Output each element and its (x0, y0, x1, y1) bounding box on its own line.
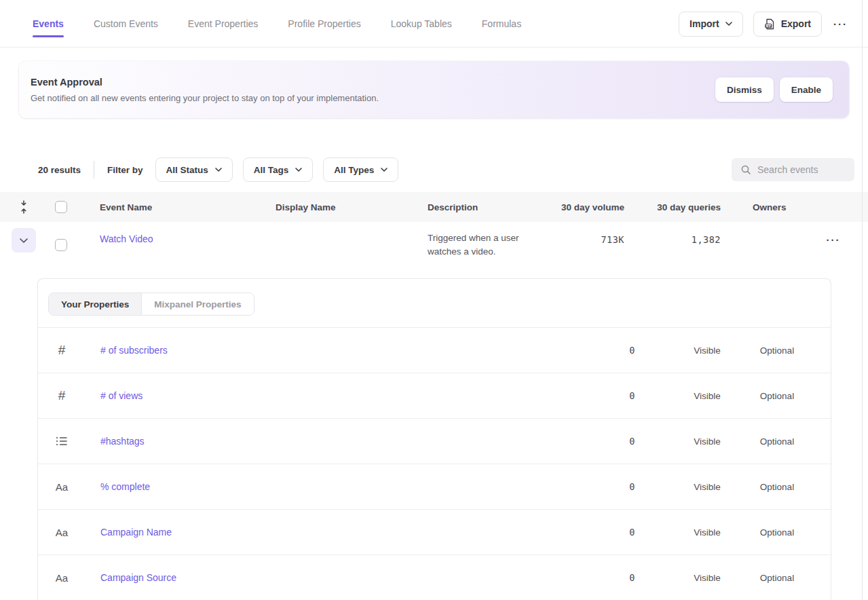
tab-profile-properties[interactable]: Profile Properties (288, 18, 360, 29)
column-display-name: Display Name (276, 202, 336, 212)
tab-event-properties[interactable]: Event Properties (188, 18, 259, 29)
property-visibility: Visible (666, 345, 748, 356)
tags-filter-label: All Tags (254, 165, 289, 175)
event-description-line1: Triggered when a user (428, 231, 519, 245)
text-type-icon: Aa (56, 527, 68, 538)
export-button[interactable]: CSV Export (753, 12, 822, 37)
filter-bar: 20 results Filter by All Status All Tags… (38, 157, 398, 182)
lexicon-events-page: Events Custom Events Event Properties Pr… (0, 0, 868, 600)
property-requirement: Optional (736, 436, 818, 447)
event-30-day-volume: 713K (536, 234, 624, 245)
property-row: Aa Campaign Name 0 Visible Optional (38, 510, 831, 555)
column-event-name: Event Name (100, 202, 152, 212)
property-count: 0 (595, 527, 635, 538)
chevron-down-icon (215, 168, 222, 172)
event-name-link[interactable]: Watch Video (100, 233, 153, 244)
property-count: 0 (595, 390, 635, 401)
select-all-checkbox[interactable] (55, 201, 67, 213)
row-checkbox[interactable] (55, 239, 67, 251)
property-link[interactable]: # of views (100, 390, 143, 401)
properties-tab-control: Your Properties Mixpanel Properties (48, 293, 254, 316)
search-icon (740, 164, 751, 175)
event-description: Triggered when a user watches a video. (428, 231, 519, 259)
property-link[interactable]: # of subscribers (100, 345, 168, 356)
property-link[interactable]: Campaign Name (100, 527, 172, 538)
tab-formulas[interactable]: Formulas (482, 18, 521, 29)
property-count: 0 (595, 345, 635, 356)
column-30-day-volume: 30 day volume (536, 202, 624, 212)
property-row: #hashtags 0 Visible Optional (38, 419, 831, 464)
property-requirement: Optional (736, 391, 818, 401)
tab-custom-events[interactable]: Custom Events (94, 18, 158, 29)
dismiss-button[interactable]: Dismiss (715, 77, 774, 102)
property-visibility: Visible (666, 482, 748, 492)
property-requirement: Optional (736, 345, 818, 356)
list-type-icon (56, 436, 68, 447)
enable-button[interactable]: Enable (780, 77, 833, 102)
number-type-icon: # (58, 388, 66, 403)
property-link[interactable]: % complete (100, 481, 150, 492)
nav-actions: Import CSV Export ··· (679, 0, 849, 48)
search-events-box (732, 158, 854, 181)
types-filter-dropdown[interactable]: All Types (323, 157, 398, 182)
results-count: 20 results (38, 165, 81, 175)
event-properties-panel: Your Properties Mixpanel Properties # # … (37, 278, 831, 600)
property-visibility: Visible (666, 573, 748, 583)
import-label: Import (690, 18, 719, 29)
property-requirement: Optional (736, 527, 818, 538)
search-input[interactable] (757, 164, 846, 175)
event-description-line2: watches a video. (428, 245, 519, 259)
banner-subtitle: Get notified on all new events entering … (31, 93, 379, 103)
nav-tabs: Events Custom Events Event Properties Pr… (33, 0, 521, 48)
property-row: Aa % complete 0 Visible Optional (38, 464, 831, 510)
column-30-day-queries: 30 day queries (633, 202, 721, 212)
collapse-row-button[interactable] (12, 228, 36, 252)
tab-lookup-tables[interactable]: Lookup Tables (391, 18, 452, 29)
property-count: 0 (595, 481, 635, 492)
chevron-down-icon (725, 22, 732, 26)
property-count: 0 (595, 572, 635, 583)
property-count: 0 (595, 436, 635, 447)
event-30-day-queries: 1,382 (633, 234, 721, 245)
chevron-down-icon (295, 168, 302, 172)
more-options-button[interactable]: ··· (832, 16, 849, 33)
banner-title: Event Approval (31, 77, 102, 88)
property-visibility: Visible (666, 527, 748, 538)
chevron-down-icon (381, 168, 388, 172)
tab-mixpanel-properties[interactable]: Mixpanel Properties (141, 293, 253, 315)
tab-your-properties[interactable]: Your Properties (49, 293, 141, 315)
property-visibility: Visible (666, 391, 748, 401)
property-requirement: Optional (736, 482, 818, 492)
properties-list: # # of subscribers 0 Visible Optional # … (38, 327, 831, 600)
types-filter-label: All Types (334, 165, 374, 175)
column-description: Description (428, 202, 478, 212)
property-visibility: Visible (666, 436, 748, 447)
text-type-icon: Aa (56, 481, 68, 493)
divider (94, 161, 94, 179)
filter-dropdowns: All Status All Tags All Types (155, 157, 399, 182)
chevron-down-icon (20, 238, 28, 243)
property-row: # # of subscribers 0 Visible Optional (38, 328, 831, 373)
tab-events[interactable]: Events (33, 18, 64, 29)
property-requirement: Optional (736, 573, 818, 583)
property-link[interactable]: Campaign Source (100, 572, 176, 583)
row-menu-button[interactable]: ··· (820, 231, 847, 248)
status-filter-dropdown[interactable]: All Status (155, 157, 233, 182)
status-filter-label: All Status (166, 165, 208, 175)
events-table-header: Event Name Display Name Description 30 d… (0, 192, 868, 222)
tags-filter-dropdown[interactable]: All Tags (243, 157, 314, 182)
export-label: Export (781, 18, 811, 29)
filter-by-label: Filter by (107, 165, 143, 175)
scrollbar-track-line[interactable] (862, 0, 863, 600)
collapse-all-icon[interactable] (19, 200, 29, 214)
property-row: Aa Campaign Source 0 Visible Optional (38, 555, 831, 600)
top-navigation: Events Custom Events Event Properties Pr… (0, 0, 868, 48)
event-row-watch-video: Watch Video Triggered when a user watche… (0, 222, 868, 268)
number-type-icon: # (58, 343, 66, 358)
event-approval-banner: Event Approval Get notified on all new e… (19, 61, 849, 118)
import-button[interactable]: Import (679, 12, 743, 37)
text-type-icon: Aa (56, 572, 68, 584)
csv-file-icon: CSV (764, 18, 775, 30)
banner-actions: Dismiss Enable (715, 77, 833, 102)
property-link[interactable]: #hashtags (100, 436, 145, 447)
